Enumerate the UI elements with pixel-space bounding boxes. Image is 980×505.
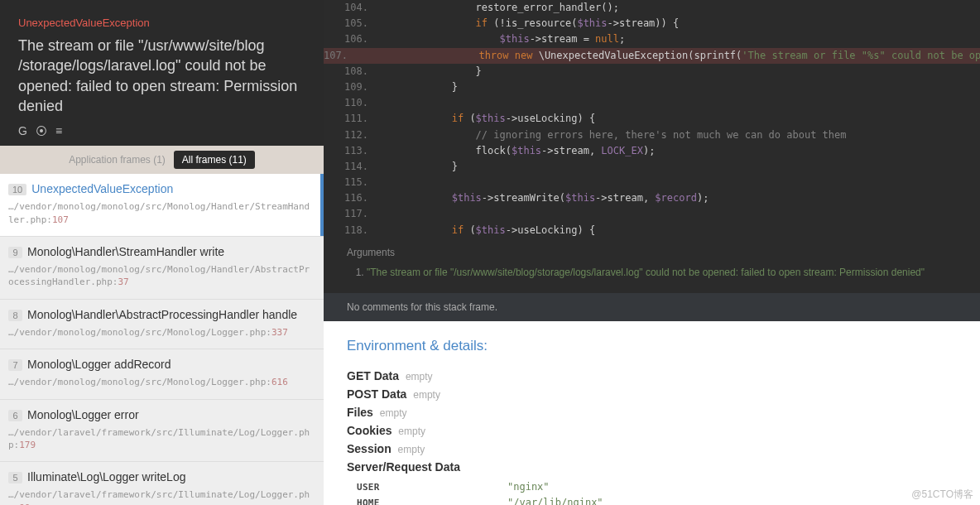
frame-title: Monolog\Logger addRecord (27, 358, 171, 371)
server-data-row: HOME"/var/lib/nginx" (348, 496, 603, 505)
code-line: 116. $this->streamWrite($this->stream, $… (324, 190, 980, 206)
frame-title: Monolog\Logger error (27, 408, 139, 421)
argument-item: "The stream or file "/usr/www/site/blog/… (367, 267, 957, 278)
frame-number: 7 (8, 359, 22, 371)
code-line: 105. if (!is_resource($this->stream)) { (324, 16, 980, 31)
env-section[interactable]: GET Data empty (347, 369, 957, 382)
code-line: 118. if ($this->useLocking) { (324, 223, 980, 238)
google-icon[interactable]: ⦿ (36, 124, 47, 137)
search-icons-row: G ⦿ ≡ (18, 124, 305, 137)
code-line: 107. throw new \UnexpectedValueException… (324, 48, 980, 64)
frame-title: Monolog\Handler\AbstractProcessingHandle… (27, 308, 297, 321)
env-section[interactable]: POST Data empty (347, 387, 957, 401)
frame-number: 6 (8, 410, 22, 421)
exception-message: The stream or file "/usr/www/site/blog /… (18, 36, 305, 116)
stack-frame[interactable]: 7Monolog\Logger addRecord…/vendor/monolo… (0, 349, 324, 399)
stack-frame[interactable]: 6Monolog\Logger error…/vendor/laravel/fr… (0, 400, 324, 463)
frame-title: Monolog\Handler\StreamHandler write (27, 245, 224, 258)
tab-application-frames[interactable]: Application frames (1) (69, 154, 166, 166)
frame-number: 9 (8, 247, 22, 258)
frame-number: 5 (8, 472, 22, 483)
exception-name: UnexpectedValueException (18, 17, 305, 29)
environment-panel: Environment & details: GET Data emptyPOS… (324, 321, 980, 505)
frame-number: 8 (8, 310, 22, 321)
server-data-table: USER"nginx"HOME"/var/lib/nginx"HTTP_CACH… (347, 479, 605, 505)
code-line: 117. (324, 206, 980, 222)
code-line: 106. $this->stream = null; (324, 31, 980, 47)
exception-header: UnexpectedValueException The stream or f… (0, 0, 324, 146)
watermark: @51CTO博客 (911, 488, 973, 502)
arguments-panel: Arguments "The stream or file "/usr/www/… (324, 238, 980, 293)
stackoverflow-icon[interactable]: ≡ (55, 124, 62, 137)
environment-title: Environment & details: (347, 338, 957, 354)
arguments-title: Arguments (347, 247, 957, 258)
env-section[interactable]: Session empty (347, 442, 957, 455)
frame-path: …/vendor/laravel/framework/src/Illuminat… (8, 488, 314, 505)
code-line: 108. } (324, 64, 980, 79)
code-line: 115. (324, 175, 980, 190)
frame-path: …/vendor/monolog/monolog/src/Monolog/Log… (8, 376, 314, 388)
github-icon[interactable]: G (18, 124, 27, 137)
frame-path: …/vendor/laravel/framework/src/Illuminat… (8, 426, 314, 452)
code-line: 113. flock($this->stream, LOCK_EX); (324, 143, 980, 159)
code-viewer: 104. restore_error_handler();105. if (!i… (324, 0, 980, 238)
env-section[interactable]: Cookies empty (347, 424, 957, 437)
stack-frame[interactable]: 5Illuminate\Log\Logger writeLog…/vendor/… (0, 462, 324, 505)
frame-path: …/vendor/monolog/monolog/src/Monolog/Log… (8, 326, 314, 339)
frames-list: 10UnexpectedValueException…/vendor/monol… (0, 174, 324, 505)
code-line: 111. if ($this->useLocking) { (324, 111, 980, 127)
frame-path: …/vendor/monolog/monolog/src/Monolog/Han… (8, 200, 314, 226)
code-line: 109. } (324, 79, 980, 95)
frame-title: UnexpectedValueException (31, 182, 173, 195)
frame-number: 10 (8, 184, 26, 195)
stackframe-comments: No comments for this stack frame. (324, 293, 980, 321)
code-line: 114. } (324, 159, 980, 175)
env-section[interactable]: Server/Request Data (347, 460, 957, 474)
frames-tabs: Application frames (1) All frames (11) (0, 146, 324, 174)
server-data-row: USER"nginx" (348, 480, 603, 494)
stack-frame[interactable]: 10UnexpectedValueException…/vendor/monol… (0, 174, 324, 237)
tab-all-frames[interactable]: All frames (11) (174, 151, 255, 169)
frame-path: …/vendor/monolog/monolog/src/Monolog/Han… (8, 263, 314, 289)
code-line: 104. restore_error_handler(); (324, 0, 980, 16)
code-line: 112. // ignoring errors here, there's no… (324, 127, 980, 143)
stack-frame[interactable]: 8Monolog\Handler\AbstractProcessingHandl… (0, 300, 324, 349)
env-section[interactable]: Files empty (347, 406, 957, 419)
stack-frame[interactable]: 9Monolog\Handler\StreamHandler write…/ve… (0, 237, 324, 300)
frame-title: Illuminate\Log\Logger writeLog (27, 470, 185, 483)
code-line: 110. (324, 95, 980, 111)
